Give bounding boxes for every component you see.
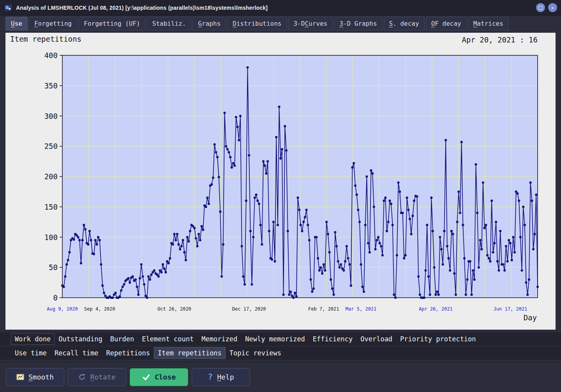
bottom-tab-repetitions[interactable]: Repetitions — [102, 347, 154, 359]
x-tick-label: Aug 9, 2020 — [47, 306, 78, 312]
x-tick-label: Mar 5, 2021 — [346, 306, 376, 312]
bottom-tab-priority-protection[interactable]: Priority protection — [396, 333, 480, 345]
bottom-tab-newly-memorized[interactable]: Newly memorized — [241, 333, 309, 345]
bottom-tab-work-done[interactable]: Work done — [11, 333, 55, 345]
x-tick-label: Oct 26, 2020 — [157, 306, 191, 312]
x-tick-label: Apr 26, 2021 — [419, 306, 453, 312]
x-axis-title: Day — [524, 313, 537, 322]
y-tick-label: 200 — [44, 172, 58, 181]
tab-3-d-graphs[interactable]: 3-D Graphs — [334, 17, 382, 30]
bottom-tab-row-1: Work doneOutstandingBurdenElement countM… — [0, 332, 561, 346]
bottom-tab-burden[interactable]: Burden — [106, 333, 138, 345]
tab-s-decay[interactable]: S. decay — [384, 17, 425, 30]
bottom-tab-row-2: Use timeRecall timeRepetitionsItem repet… — [0, 346, 561, 360]
y-tick-label: 50 — [49, 263, 58, 272]
rotate-button[interactable]: Rotate — [68, 368, 126, 386]
x-tick-label: Sep 4, 2020 — [84, 306, 115, 312]
y-tick-label: 350 — [44, 81, 58, 90]
app-icon — [4, 4, 12, 12]
x-tick-label: Jun 17, 2021 — [494, 306, 527, 312]
help-button[interactable]: ? Help — [192, 368, 250, 386]
y-tick-label: 150 — [44, 203, 58, 211]
button-bar: Smooth Rotate Close ? Help — [0, 362, 561, 392]
tab-forgetting-uf[interactable]: Forgetting (UF) — [78, 17, 146, 30]
y-tick-label: 250 — [44, 142, 58, 150]
bottom-tab-recall-time[interactable]: Recall time — [51, 347, 102, 359]
tab-use[interactable]: Use — [5, 17, 28, 30]
check-icon — [142, 373, 150, 381]
tab-bar: UseForgettingForgetting (UF)Stabiliz.Gra… — [0, 16, 561, 30]
tab-distributions[interactable]: Distributions — [227, 17, 287, 30]
rotate-icon — [78, 373, 86, 381]
x-tick-label: Feb 7, 2021 — [308, 306, 339, 312]
tab-stabiliz[interactable]: Stabiliz. — [147, 17, 192, 30]
bottom-tab-topic-reviews[interactable]: Topic reviews — [226, 347, 285, 359]
maximize-button[interactable] — [536, 3, 545, 12]
chart-panel: Item repetitions Apr 20, 2021 : 16 05010… — [5, 33, 556, 330]
tab-graphs[interactable]: Graphs — [192, 17, 226, 30]
window-controls: ✕ — [536, 3, 557, 12]
bottom-tab-outstanding[interactable]: Outstanding — [55, 333, 106, 345]
y-tick-label: 400 — [44, 51, 58, 60]
bottom-tab-memorized[interactable]: Memorized — [198, 333, 241, 345]
cursor-readout: Apr 20, 2021 : 16 — [462, 35, 538, 44]
smooth-button[interactable]: Smooth — [6, 368, 64, 386]
chart-title: Item repetitions — [10, 35, 81, 43]
tab-matrices[interactable]: Matrices — [468, 17, 509, 30]
close-window-button[interactable]: ✕ — [548, 3, 557, 12]
y-axis-labels: 050100150200250300350400 — [20, 33, 58, 330]
smooth-chart-icon — [16, 374, 24, 380]
repetitions-chart[interactable] — [62, 55, 538, 298]
close-button[interactable]: Close — [130, 368, 188, 386]
y-tick-label: 100 — [44, 233, 58, 242]
y-tick-label: 300 — [44, 112, 58, 120]
x-tick-label: Dec 17, 2020 — [232, 306, 266, 312]
help-question-icon: ? — [208, 373, 213, 382]
bottom-tab-overload[interactable]: Overload — [356, 333, 396, 345]
bottom-tab-efficiency[interactable]: Efficiency — [309, 333, 356, 345]
y-tick-label: 0 — [53, 293, 58, 302]
tab-of-decay[interactable]: OF decay — [426, 17, 467, 30]
tab-forgetting[interactable]: Forgetting — [29, 17, 77, 30]
tab-3-d-curves[interactable]: 3-D Curves — [288, 17, 333, 30]
bottom-tab-item-repetitions[interactable]: Item repetitions — [154, 347, 226, 359]
window-title: Analysis of LMSHERLOCK (Jul 08, 2021) [y… — [16, 5, 268, 11]
bottom-tab-use-time[interactable]: Use time — [11, 347, 51, 359]
bottom-tab-element-count[interactable]: Element count — [138, 333, 198, 345]
window-titlebar[interactable]: Analysis of LMSHERLOCK (Jul 08, 2021) [y… — [0, 0, 561, 16]
